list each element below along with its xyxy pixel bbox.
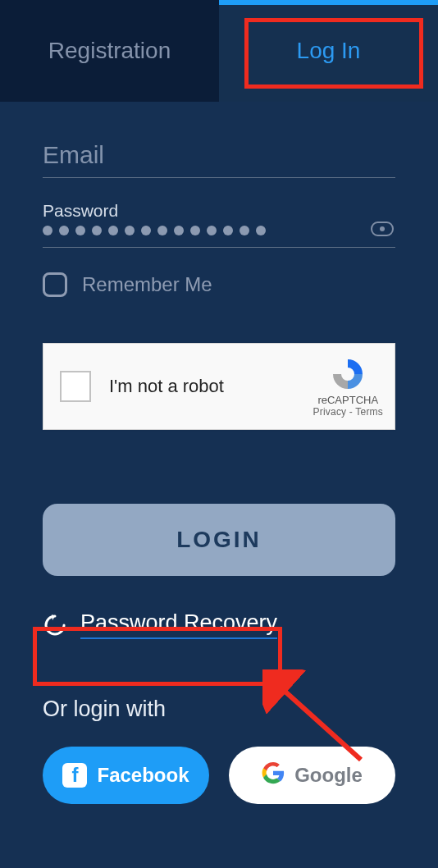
- email-field-wrapper[interactable]: Email: [43, 141, 395, 178]
- toggle-password-visibility-icon[interactable]: [371, 222, 394, 236]
- or-login-with-label: Or login with: [43, 697, 395, 722]
- password-recovery-row[interactable]: Password Recovery: [43, 610, 395, 639]
- remember-checkbox[interactable]: [43, 272, 67, 297]
- recaptcha-checkbox[interactable]: [60, 371, 91, 402]
- remember-me-row[interactable]: Remember Me: [43, 272, 395, 297]
- password-recovery-link[interactable]: Password Recovery: [80, 610, 277, 639]
- google-login-button[interactable]: Google: [229, 747, 395, 804]
- refresh-icon: [43, 613, 67, 637]
- google-label: Google: [294, 764, 363, 787]
- facebook-label: Facebook: [97, 764, 189, 787]
- tab-login[interactable]: Log In: [219, 0, 438, 102]
- recaptcha-text: I'm not a robot: [109, 376, 313, 397]
- login-button[interactable]: LOGIN: [43, 504, 395, 576]
- recaptcha-brand: reCAPTCHA Privacy - Terms: [313, 356, 383, 418]
- email-label: Email: [43, 141, 395, 178]
- login-button-label: LOGIN: [176, 527, 262, 552]
- tab-registration[interactable]: Registration: [0, 0, 219, 102]
- password-masked: [43, 226, 395, 248]
- auth-tabs: Registration Log In: [0, 0, 438, 102]
- google-icon: [262, 761, 285, 789]
- recaptcha-widget[interactable]: I'm not a robot reCAPTCHA Privacy - Term…: [43, 343, 395, 430]
- login-form: Email Password Remember Me I'm not a rob…: [0, 102, 438, 804]
- tab-login-label: Log In: [297, 38, 361, 64]
- facebook-login-button[interactable]: f Facebook: [43, 747, 209, 804]
- recaptcha-logo-icon: [330, 356, 366, 392]
- password-field-wrapper[interactable]: Password: [43, 201, 395, 248]
- remember-label: Remember Me: [82, 273, 212, 296]
- password-label: Password: [43, 201, 395, 221]
- recaptcha-brand-text: reCAPTCHA: [313, 394, 383, 406]
- tab-registration-label: Registration: [48, 38, 171, 64]
- accent-bar: [219, 0, 438, 5]
- social-login-row: f Facebook Google: [43, 747, 395, 804]
- recaptcha-links[interactable]: Privacy - Terms: [313, 406, 383, 418]
- facebook-icon: f: [62, 763, 87, 788]
